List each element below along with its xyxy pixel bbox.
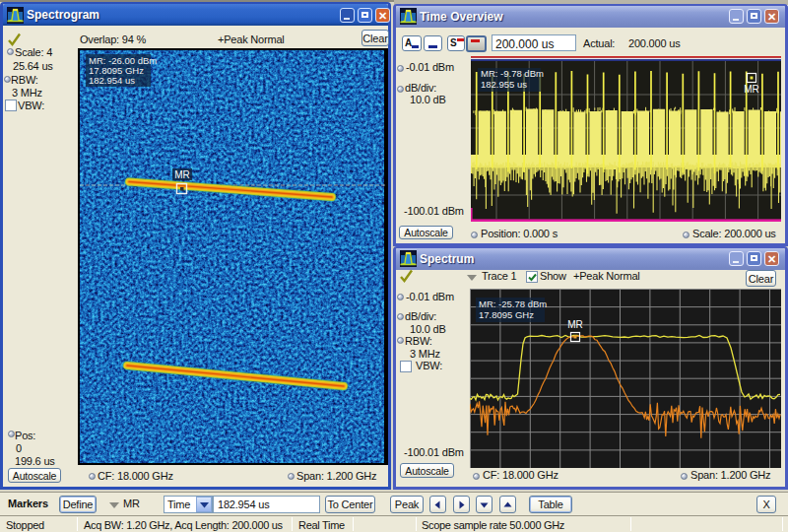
svg-text:MR: MR [174, 169, 190, 180]
svg-text:MR: MR [744, 84, 759, 95]
svg-text:182.954 us: 182.954 us [89, 75, 135, 86]
svg-text:MR: -25.78 dBm: MR: -25.78 dBm [479, 299, 547, 309]
svg-text:MR: -9.78 dBm: MR: -9.78 dBm [481, 68, 544, 79]
svg-text:MR: MR [567, 319, 583, 330]
svg-text:17.8095 GHz: 17.8095 GHz [479, 309, 534, 320]
svg-text:182.955 us: 182.955 us [481, 79, 527, 90]
